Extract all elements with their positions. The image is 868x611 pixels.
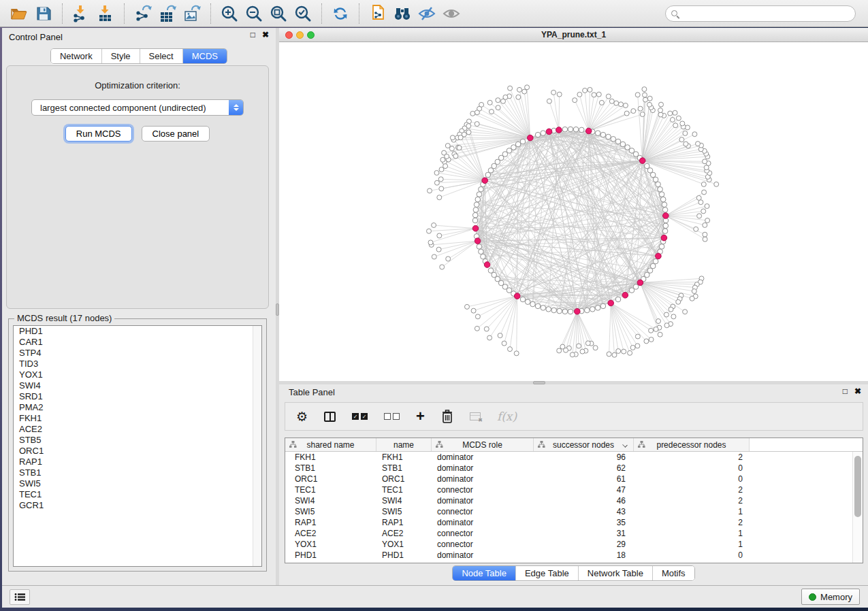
graph-node[interactable]	[475, 110, 479, 115]
graph-node[interactable]	[663, 223, 669, 229]
graph-node[interactable]	[625, 145, 630, 150]
tab-motifs[interactable]: Motifs	[652, 566, 694, 580]
graph-node[interactable]	[432, 254, 436, 259]
graph-node[interactable]	[551, 90, 556, 95]
mcds-result-item[interactable]: CAR1	[14, 337, 261, 348]
graph-node[interactable]	[643, 97, 648, 102]
graph-node[interactable]	[647, 102, 652, 107]
graph-node[interactable]	[498, 333, 502, 338]
graph-node[interactable]	[690, 296, 694, 301]
graph-hub-node[interactable]	[663, 213, 669, 219]
import-table-button[interactable]	[93, 3, 118, 24]
graph-node[interactable]	[623, 103, 628, 108]
table-row[interactable]: TEC1TEC1connector472	[285, 484, 852, 495]
graph-node[interactable]	[439, 186, 444, 191]
graph-node[interactable]	[609, 99, 614, 103]
graph-node[interactable]	[701, 209, 706, 214]
graph-node[interactable]	[541, 131, 546, 136]
table-row[interactable]: STB1STB1dominator620	[285, 463, 852, 474]
memory-button[interactable]: Memory	[801, 589, 860, 605]
graph-node[interactable]	[434, 171, 439, 176]
tab-network-table[interactable]: Network Table	[578, 566, 652, 580]
column-header-shared-name[interactable]: shared name	[285, 438, 376, 451]
graph-node[interactable]	[438, 177, 443, 182]
graph-node[interactable]	[701, 182, 706, 186]
graph-node[interactable]	[557, 348, 562, 353]
graph-node[interactable]	[479, 249, 484, 254]
graph-node[interactable]	[642, 87, 647, 92]
graph-node[interactable]	[615, 297, 621, 302]
graph-node[interactable]	[630, 345, 635, 350]
delete-column-button[interactable]	[441, 408, 453, 425]
graph-node[interactable]	[508, 86, 513, 90]
graph-hub-node[interactable]	[475, 238, 481, 244]
graph-node[interactable]	[647, 96, 652, 101]
graph-node[interactable]	[656, 182, 661, 187]
mcds-result-item[interactable]: PMA2	[14, 402, 261, 413]
optimization-criterion-dropdown[interactable]: largest connected component (undirected)	[31, 99, 244, 116]
graph-node[interactable]	[611, 137, 616, 142]
graph-node[interactable]	[640, 112, 645, 117]
graph-node[interactable]	[481, 254, 486, 259]
graph-node[interactable]	[671, 314, 676, 319]
graph-node[interactable]	[516, 95, 521, 99]
graph-node[interactable]	[622, 349, 626, 354]
graph-node[interactable]	[615, 139, 621, 144]
import-network-button[interactable]	[69, 3, 93, 24]
graph-node[interactable]	[659, 192, 664, 197]
select-all-button[interactable]: ✓✓	[352, 408, 368, 425]
graph-node[interactable]	[644, 339, 649, 344]
graph-node[interactable]	[694, 227, 698, 231]
tab-style[interactable]: Style	[101, 49, 140, 63]
graph-node[interactable]	[475, 122, 479, 127]
graph-node[interactable]	[465, 304, 470, 309]
graph-node[interactable]	[705, 218, 710, 223]
graph-node[interactable]	[705, 204, 709, 209]
graph-node[interactable]	[547, 99, 551, 103]
graph-node[interactable]	[635, 93, 640, 97]
zoom-out-button[interactable]	[242, 3, 266, 24]
graph-node[interactable]	[633, 284, 639, 290]
graph-node[interactable]	[703, 237, 707, 242]
graph-node[interactable]	[445, 144, 450, 148]
graph-hub-node[interactable]	[484, 262, 490, 268]
table-row[interactable]: SWI4SWI4dominator462	[285, 495, 852, 506]
close-panel-icon[interactable]: ✖	[262, 30, 269, 39]
graph-node[interactable]	[507, 288, 512, 293]
graph-node[interactable]	[600, 132, 606, 137]
graph-node[interactable]	[428, 240, 433, 245]
graph-node[interactable]	[517, 87, 522, 92]
graph-node[interactable]	[592, 93, 596, 97]
graph-node[interactable]	[703, 159, 707, 164]
deselect-all-button[interactable]	[384, 408, 400, 425]
graph-hub-node[interactable]	[575, 308, 581, 314]
graph-node[interactable]	[599, 100, 604, 105]
graph-node[interactable]	[649, 337, 654, 342]
graph-node[interactable]	[489, 110, 494, 114]
graph-node[interactable]	[562, 309, 568, 314]
graph-hub-node[interactable]	[546, 129, 552, 135]
graph-node[interactable]	[650, 263, 656, 269]
graph-node[interactable]	[466, 130, 471, 135]
graph-node[interactable]	[606, 134, 611, 139]
graph-node[interactable]	[703, 222, 707, 227]
graph-node[interactable]	[692, 289, 696, 294]
graph-node[interactable]	[525, 85, 530, 90]
graph-node[interactable]	[635, 344, 640, 348]
graph-node[interactable]	[485, 172, 491, 178]
graph-node[interactable]	[697, 214, 702, 218]
graph-node[interactable]	[662, 229, 668, 234]
graph-node[interactable]	[466, 124, 471, 129]
export-image-button[interactable]	[180, 3, 204, 24]
open-session-button[interactable]	[7, 3, 31, 24]
run-mcds-button[interactable]: Run MCDS	[65, 126, 132, 142]
graph-node[interactable]	[471, 308, 476, 313]
graph-node[interactable]	[658, 186, 663, 192]
table-row[interactable]: YOX1YOX1connector291	[285, 539, 852, 550]
graph-hub-node[interactable]	[637, 280, 643, 286]
mcds-result-item[interactable]: PHD1	[14, 326, 261, 337]
graph-node[interactable]	[432, 223, 436, 228]
graph-node[interactable]	[502, 341, 507, 346]
graph-node[interactable]	[484, 327, 489, 331]
mcds-result-item[interactable]: GCR1	[14, 500, 261, 511]
